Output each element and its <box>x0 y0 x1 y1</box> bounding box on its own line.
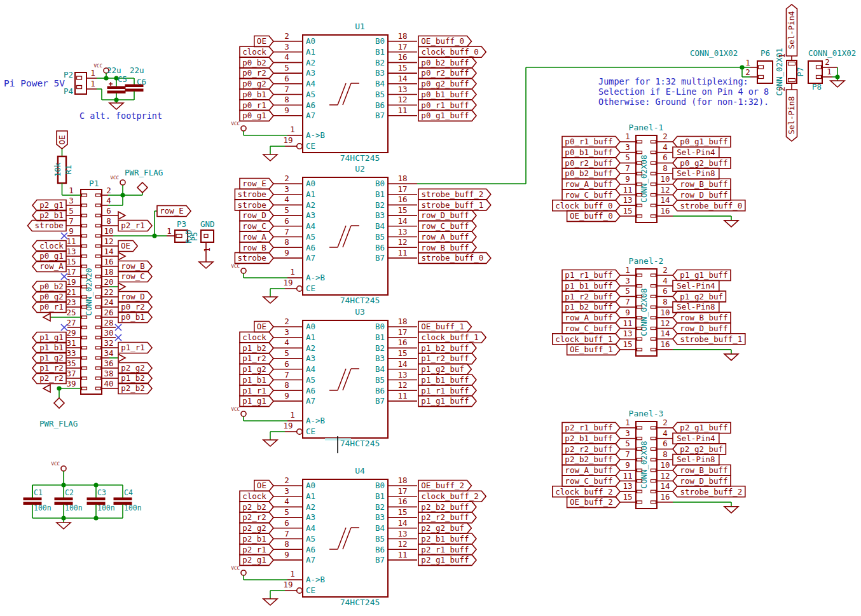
p6-ref[interactable]: P6 <box>761 48 770 58</box>
net-label[interactable]: p0_b2 <box>242 58 266 67</box>
net-label[interactable]: p2_g1_buff <box>421 555 469 565</box>
p8-ref[interactable]: P8 <box>812 82 822 92</box>
vcc-symbol[interactable] <box>241 268 246 273</box>
net-label[interactable]: p2_b1 <box>39 210 64 220</box>
ref-p2[interactable]: P2 <box>64 70 73 79</box>
gnd-symbol-p8[interactable] <box>830 81 844 87</box>
net-label[interactable]: p1_r2 <box>242 353 266 363</box>
net-label[interactable]: p0_r2_buff <box>565 158 612 168</box>
net-label[interactable]: row_B <box>242 243 266 252</box>
connector-p6-body[interactable] <box>757 61 773 83</box>
gnd-symbol-panel[interactable] <box>724 507 738 513</box>
gnd-symbol-ic[interactable] <box>263 599 277 605</box>
r1-value[interactable]: 10k <box>53 162 62 177</box>
net-label[interactable]: p1_b1_buff <box>565 281 612 291</box>
net-label[interactable]: p2_r1 <box>242 545 266 554</box>
gnd-symbol-caps[interactable] <box>57 523 71 529</box>
net-label[interactable]: strobe_buff_0 <box>421 253 483 263</box>
ic-ref[interactable]: U2 <box>355 164 365 174</box>
sel-pin-label[interactable]: Sel-Pin8 <box>677 455 715 464</box>
net-label[interactable]: row_C_buff <box>565 190 612 200</box>
net-label[interactable]: row_D_buff <box>421 210 469 220</box>
net-label[interactable]: p0_g1 <box>39 251 64 261</box>
net-label[interactable]: p2_r1 <box>121 221 145 230</box>
net-label[interactable]: p0_r1 <box>242 100 266 110</box>
net-label[interactable]: p1_g2 <box>242 364 266 374</box>
p1-ref[interactable]: P1 <box>89 179 99 188</box>
net-label[interactable]: p2_g2 <box>242 523 266 533</box>
net-label[interactable]: OE_buff_1 <box>570 345 613 354</box>
net-label[interactable]: p1_r1_buff <box>421 386 469 395</box>
net-label[interactable]: row_A <box>242 232 266 242</box>
net-label[interactable]: p2_b1 <box>242 534 266 544</box>
net-label[interactable]: p1_g1_buff <box>421 396 469 406</box>
net-label[interactable]: row_D <box>242 210 266 220</box>
ic-value[interactable]: 74HCT245 <box>340 153 380 163</box>
net-label[interactable]: strobe_buff_0 <box>680 201 742 210</box>
ic-ref[interactable]: U4 <box>355 466 365 476</box>
net-label[interactable]: strobe <box>238 189 266 199</box>
net-label[interactable]: strobe_buff_1 <box>421 200 483 210</box>
net-label[interactable]: strobe <box>238 200 266 210</box>
net-label[interactable]: p2_b2_buff <box>565 455 612 464</box>
net-label[interactable]: p2_r2_buff <box>565 444 612 454</box>
net-label[interactable]: strobe_buff_1 <box>680 334 742 344</box>
sel-pin-label[interactable]: Sel-Pin8 <box>677 302 715 311</box>
net-label[interactable]: p2_r2 <box>242 512 266 522</box>
net-label[interactable]: OE <box>257 322 266 331</box>
net-label[interactable]: row_B_buff <box>680 179 727 189</box>
net-label[interactable]: p1_g1_buff <box>680 270 727 280</box>
net-label[interactable]: strobe_buff_2 <box>421 189 483 199</box>
vcc-symbol[interactable] <box>241 411 246 416</box>
gnd-arrow[interactable] <box>43 385 50 392</box>
net-label[interactable]: p2_r1_buff <box>565 423 612 432</box>
net-label[interactable]: p0_b1 <box>242 90 266 99</box>
c5-value[interactable]: 22u <box>107 65 121 75</box>
net-label[interactable]: p0_g2 <box>39 292 64 301</box>
net-label[interactable]: clock_buff_1 <box>555 334 612 344</box>
net-label[interactable]: OE <box>257 481 266 490</box>
sel-pin-label[interactable]: Sel-Pin4 <box>677 147 715 157</box>
net-label[interactable]: p0_b2_buff <box>565 168 612 178</box>
net-label[interactable]: p0_g2_buff <box>680 158 727 168</box>
row-e-label[interactable]: row_E <box>160 206 184 216</box>
oe-pullup-label[interactable]: OE <box>57 135 67 144</box>
net-label[interactable]: p0_b1_buff <box>565 147 612 157</box>
net-label[interactable]: p1_b1_buff <box>421 375 469 385</box>
net-label[interactable]: p1_g2_buf <box>421 364 464 374</box>
cap-value[interactable]: 100n <box>97 503 115 512</box>
net-label[interactable]: p1_b2_buff <box>421 343 469 353</box>
net-label[interactable]: p2_g2 <box>121 363 145 373</box>
p3-ref[interactable]: P3 <box>177 219 186 229</box>
c5-ref[interactable]: C5 <box>118 74 127 84</box>
vcc-symbol[interactable] <box>120 180 125 185</box>
pwr-flag-label[interactable]: PWR_FLAG <box>125 168 163 177</box>
net-label[interactable]: clock <box>242 47 266 57</box>
ic-ref[interactable]: U1 <box>355 22 365 31</box>
net-label[interactable]: p2_r2_buff <box>421 512 469 522</box>
connector-p2p4-body[interactable] <box>75 72 86 94</box>
net-label[interactable]: p0_g1_buff <box>421 111 469 120</box>
vcc-symbol[interactable] <box>241 126 246 131</box>
net-label[interactable]: p2_b1_buff <box>565 434 612 443</box>
net-label[interactable]: p1_r2 <box>39 363 64 373</box>
net-label[interactable]: p1_r1 <box>121 343 145 352</box>
net-label[interactable]: p1_g2_buf <box>680 292 723 301</box>
pwr-flag-symbol[interactable] <box>54 398 64 408</box>
net-label[interactable]: p2_g2_buf <box>680 444 723 454</box>
vcc-symbol[interactable] <box>241 570 246 575</box>
net-label[interactable]: p0_g1_buff <box>680 137 727 146</box>
net-label[interactable]: row_A_buff <box>565 179 612 189</box>
cap-value[interactable]: 100n <box>124 503 142 512</box>
net-label[interactable]: row_C_buff <box>421 221 469 231</box>
net-label[interactable]: clock_buff_1 <box>421 332 478 342</box>
p7-ref[interactable]: P7 <box>796 67 805 76</box>
net-label[interactable]: clock_buff_2 <box>555 487 612 496</box>
net-label[interactable]: p0_r1_buff <box>565 137 612 146</box>
net-label[interactable]: p1_r1_buff <box>565 270 612 280</box>
net-label[interactable]: row_B <box>121 261 145 271</box>
sel-pin4-label[interactable]: Sel-Pin4 <box>787 11 796 49</box>
net-label[interactable]: p0_g2 <box>242 79 266 88</box>
connector-p8-body[interactable] <box>808 61 822 83</box>
net-label[interactable]: row_D_buff <box>680 476 727 486</box>
